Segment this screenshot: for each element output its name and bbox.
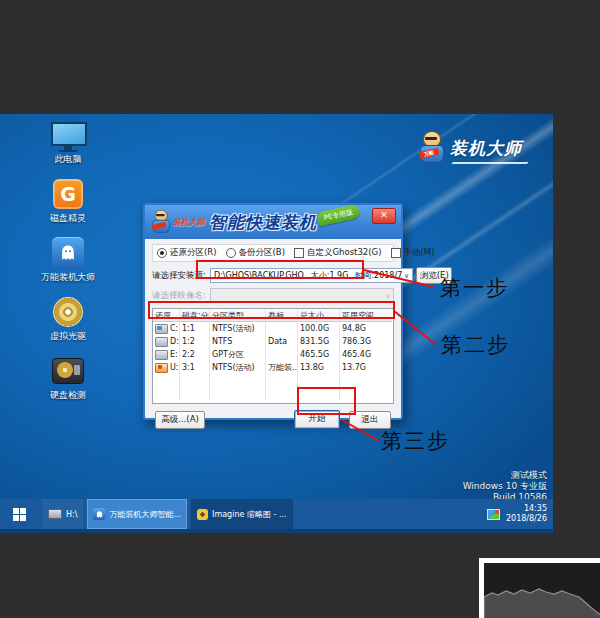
- partition-table: 还原 磁盘:分区 分区类型 卷标 总大小 可用空间 C: 1:1 NTFS(活动…: [152, 308, 394, 404]
- step1-annotation: 第一步: [440, 274, 509, 302]
- radio-icon: [226, 248, 236, 258]
- dialog-titlebar[interactable]: 装机大师 智能快速装机 PE专用版 ✕: [145, 205, 401, 239]
- diskgenius-icon: G: [53, 179, 83, 209]
- image-name-label: 请选择映像名:: [152, 290, 210, 302]
- watermark-line: 测试模式: [463, 470, 547, 481]
- desktop-icon-column: 此电脑 G 磁盘精灵 万能装机大师 虚拟光驱: [24, 118, 112, 413]
- desktop-icon-installer[interactable]: 万能装机大师: [24, 236, 112, 282]
- desktop-icon-diskgenius[interactable]: G 磁盘精灵: [24, 177, 112, 223]
- desktop-icon-label: 硬盘检测: [24, 390, 112, 400]
- display-tray-icon[interactable]: [487, 509, 500, 520]
- dialog-footer: 高级...(A) 开始 退出: [152, 410, 394, 429]
- source-path: D:\GHOS\BACKUP.GHO: [214, 271, 304, 280]
- ghost-icon: [52, 237, 84, 269]
- drive-icon: [155, 337, 168, 347]
- table-row-u[interactable]: U: 3:1 NTFS(活动) 万能装... 13.8G 13.7G: [153, 361, 393, 374]
- watermark-line: Windows 10 专业版: [463, 481, 547, 492]
- torn-image-corner: [479, 558, 600, 618]
- checkbox-icon: [391, 248, 401, 258]
- mode-option-row: 还原分区(R) 备份分区(B) 自定义Ghost32(G) 手动(M): [152, 244, 394, 262]
- dialog-title: 智能快速装机: [209, 211, 317, 234]
- image-name-dropdown-disabled: ∨: [210, 288, 394, 303]
- col-total: 总大小: [298, 309, 340, 322]
- desktop-icon-label: 磁盘精灵: [24, 213, 112, 223]
- source-size: 大小:1.9G: [311, 270, 349, 281]
- desktop-icon-label: 万能装机大师: [24, 272, 112, 282]
- advanced-button[interactable]: 高级...(A): [155, 411, 205, 429]
- brand-logo-text: 装机大师: [450, 137, 522, 160]
- harddisk-icon: [52, 358, 84, 384]
- ghost-icon: [93, 508, 105, 520]
- step3-annotation: 第三步: [381, 427, 450, 455]
- close-icon[interactable]: ✕: [372, 208, 396, 224]
- radio-restore-partition[interactable]: 还原分区(R): [157, 247, 217, 259]
- col-restore: 还原: [153, 309, 180, 322]
- windows-logo-icon: [13, 508, 26, 521]
- desktop-icon-this-pc[interactable]: 此电脑: [24, 118, 112, 164]
- screenshot-stage: 此电脑 G 磁盘精灵 万能装机大师 虚拟光驱: [0, 0, 600, 618]
- cd-icon: [53, 297, 83, 327]
- col-disk-part: 磁盘:分区: [180, 309, 210, 322]
- start-button-taskbar[interactable]: [0, 499, 38, 529]
- source-time: 时间:2018/7: [355, 270, 402, 281]
- image-name-row: 请选择映像名: ∨: [152, 288, 394, 303]
- source-dropdown[interactable]: D:\GHOS\BACKUP.GHO 大小:1.9G 时间:2018/7 ∨: [210, 268, 413, 283]
- drive-icon: [155, 324, 168, 334]
- imagine-icon: [197, 509, 208, 520]
- brand-logo-underline: [451, 162, 529, 164]
- table-row-c[interactable]: C: 1:1 NTFS(活动) 100.0G 94.8G: [153, 322, 393, 335]
- exit-button[interactable]: 退出: [349, 411, 391, 429]
- source-select-row: 请选择安装源: D:\GHOS\BACKUP.GHO 大小:1.9G 时间:20…: [152, 267, 394, 284]
- table-header-row: 还原 磁盘:分区 分区类型 卷标 总大小 可用空间: [153, 309, 393, 322]
- checkbox-manual[interactable]: 手动(M): [391, 247, 435, 259]
- col-part-type: 分区类型: [210, 309, 266, 322]
- dialog-body: 还原分区(R) 备份分区(B) 自定义Ghost32(G) 手动(M): [145, 239, 401, 429]
- drive-icon: [155, 350, 168, 360]
- usb-drive-icon: [155, 363, 168, 373]
- chevron-down-icon: ∨: [404, 272, 409, 280]
- installer-dialog: 装机大师 智能快速装机 PE专用版 ✕ 还原分区(R) 备份分区(B): [143, 203, 403, 420]
- radio-checked-icon: [157, 248, 167, 258]
- table-row-e[interactable]: E: 2:2 GPT分区 465.5G 465.4G: [153, 348, 393, 361]
- table-row-d[interactable]: D: 1:2 NTFS Data 831.5G 786.3G: [153, 335, 393, 348]
- taskbar-item-installer[interactable]: 万能装机大师智能...: [87, 499, 187, 529]
- mascot-icon: 万能: [418, 131, 444, 165]
- pe-edition-badge: PE专用版: [317, 204, 361, 226]
- taskbar-clock[interactable]: 14:35 2018/8/26: [506, 504, 547, 524]
- radio-backup-partition[interactable]: 备份分区(B): [226, 247, 285, 259]
- desktop-icon-hdd-check[interactable]: 硬盘检测: [24, 354, 112, 400]
- col-free: 可用空间: [340, 309, 392, 322]
- taskbar-item-imagine[interactable]: Imagine 缩略图 - ...: [191, 499, 293, 529]
- table-empty-row: [153, 387, 393, 400]
- windows-screen: 此电脑 G 磁盘精灵 万能装机大师 虚拟光驱: [0, 114, 553, 533]
- source-label: 请选择安装源:: [152, 270, 210, 282]
- desktop-icon-virtual-cd[interactable]: 虚拟光驱: [24, 295, 112, 341]
- dialog-brand-text: 装机大师: [173, 217, 205, 228]
- mascot-icon: [151, 210, 170, 234]
- taskbar: H:\ 万能装机大师智能... Imagine 缩略图 - ... 14:35 …: [0, 499, 553, 533]
- table-empty-row: [153, 374, 393, 387]
- computer-icon: [51, 122, 85, 148]
- desktop-icon-label: 虚拟光驱: [24, 331, 112, 341]
- checkbox-icon: [294, 248, 304, 258]
- desktop-icon-label: 此电脑: [24, 154, 112, 164]
- taskbar-item-explorer[interactable]: H:\: [42, 499, 83, 529]
- drive-icon: [48, 509, 62, 519]
- step2-annotation: 第二步: [441, 331, 510, 359]
- col-volume: 卷标: [266, 309, 298, 322]
- chevron-down-icon: ∨: [385, 292, 390, 300]
- system-tray: 14:35 2018/8/26: [487, 499, 553, 529]
- jagged-silhouette: [484, 585, 600, 618]
- desktop-brand-logo: 万能 装机大师: [418, 122, 538, 174]
- checkbox-custom-ghost32[interactable]: 自定义Ghost32(G): [294, 247, 381, 259]
- start-button[interactable]: 开始: [294, 410, 340, 429]
